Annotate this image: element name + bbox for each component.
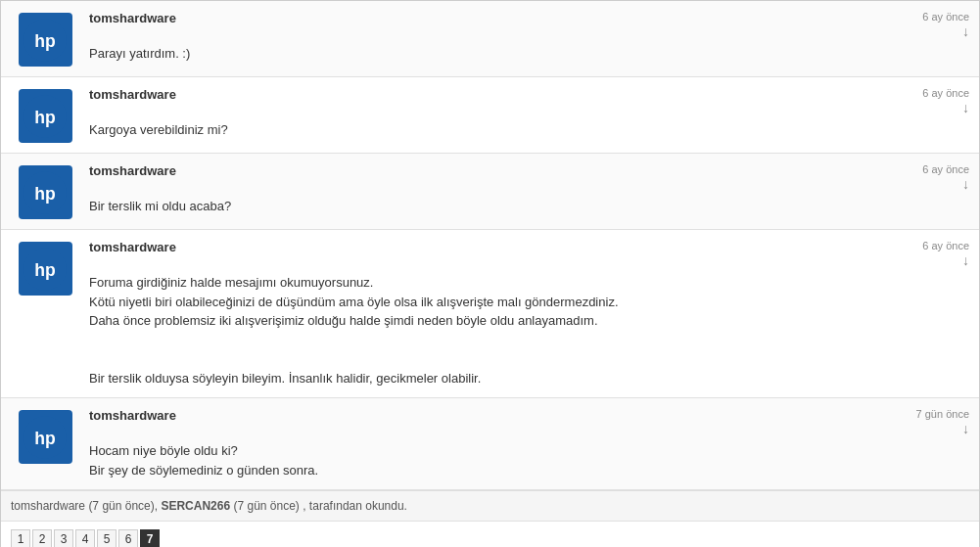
- comment-content: tomshardware 6 ay önce ↓ Kargoya verebil…: [79, 87, 969, 143]
- comment-timestamp: 6 ay önce: [922, 240, 969, 251]
- comment-text: Kargoya verebildiniz mi?: [89, 120, 969, 140]
- comment-username: tomshardware: [89, 408, 176, 423]
- comment-block: hp tomshardware 6 ay önce ↓ Bir terslik …: [1, 154, 979, 230]
- timestamp-area: 7 gün önce ↓: [891, 408, 969, 436]
- avatar-col: hp: [11, 163, 79, 219]
- avatar: hp: [19, 13, 72, 67]
- comment-header: tomshardware 6 ay önce ↓: [89, 11, 969, 39]
- comment-content: tomshardware 7 gün önce ↓ Hocam niye böy…: [79, 408, 969, 479]
- comment-timestamp: 6 ay önce: [922, 11, 969, 23]
- avatar-col: hp: [11, 87, 79, 143]
- avatar-col: hp: [11, 11, 79, 67]
- svg-text:hp: hp: [34, 31, 56, 51]
- timestamp-area: 6 ay önce ↓: [891, 11, 969, 39]
- read-footer: tomshardware (7 gün önce), SERCAN266 (7 …: [1, 490, 979, 521]
- comment-content: tomshardware 6 ay önce ↓ Bir terslik mi …: [79, 163, 969, 219]
- comment-block: hp tomshardware 6 ay önce ↓ Kargoya vere…: [1, 77, 979, 154]
- avatar-col: hp: [11, 408, 79, 479]
- footer-time1: (7 gün önce),: [88, 499, 161, 513]
- comment-header: tomshardware 6 ay önce ↓: [89, 240, 969, 268]
- comment-header: tomshardware 6 ay önce ↓: [89, 163, 969, 192]
- comment-block: hp tomshardware 7 gün önce ↓ Hocam niye …: [1, 398, 979, 490]
- comment-username: tomshardware: [89, 11, 176, 25]
- timestamp-area: 6 ay önce ↓: [891, 87, 969, 115]
- comments-container: hp tomshardware 6 ay önce ↓ Parayı yatır…: [1, 1, 979, 490]
- down-arrow-icon[interactable]: ↓: [962, 421, 969, 436]
- comment-timestamp: 6 ay önce: [922, 87, 969, 99]
- avatar: hp: [19, 242, 72, 296]
- footer-suffix: , tarafından okundu.: [303, 499, 407, 513]
- down-arrow-icon[interactable]: ↓: [962, 252, 969, 268]
- comment-username: tomshardware: [89, 163, 176, 178]
- comment-header: tomshardware 7 gün önce ↓: [89, 408, 969, 436]
- comment-block: hp tomshardware 6 ay önce ↓ Foruma girdi…: [1, 230, 979, 398]
- avatar: hp: [19, 410, 72, 464]
- page-btn-4[interactable]: 4: [75, 529, 95, 547]
- svg-text:hp: hp: [34, 184, 56, 204]
- avatar-col: hp: [11, 240, 79, 387]
- page-btn-7[interactable]: 7: [140, 529, 160, 547]
- comment-content: tomshardware 6 ay önce ↓ Foruma girdiğin…: [79, 240, 969, 387]
- page-btn-6[interactable]: 6: [118, 529, 138, 547]
- avatar: hp: [19, 89, 72, 143]
- svg-text:hp: hp: [34, 260, 56, 280]
- timestamp-area: 6 ay önce ↓: [891, 163, 969, 192]
- comment-username: tomshardware: [89, 240, 176, 254]
- avatar: hp: [19, 165, 72, 219]
- page-btn-5[interactable]: 5: [97, 529, 117, 547]
- comment-content: tomshardware 6 ay önce ↓ Parayı yatırdım…: [79, 11, 969, 67]
- footer-user1: tomshardware: [11, 499, 85, 513]
- timestamp-area: 6 ay önce ↓: [891, 240, 969, 268]
- comment-username: tomshardware: [89, 87, 176, 102]
- page-wrapper: hp tomshardware 6 ay önce ↓ Parayı yatır…: [0, 0, 980, 547]
- comment-text: Parayı yatırdım. :): [89, 44, 969, 64]
- svg-text:hp: hp: [34, 108, 56, 127]
- comment-block: hp tomshardware 6 ay önce ↓ Parayı yatır…: [1, 1, 979, 77]
- svg-text:hp: hp: [34, 429, 56, 448]
- down-arrow-icon[interactable]: ↓: [962, 100, 969, 115]
- footer-time2: (7 gün önce): [233, 499, 299, 513]
- comment-timestamp: 6 ay önce: [922, 163, 969, 175]
- down-arrow-icon[interactable]: ↓: [962, 23, 969, 39]
- pagination: 1234567: [1, 521, 979, 547]
- footer-user2: SERCAN266: [161, 499, 230, 513]
- comment-header: tomshardware 6 ay önce ↓: [89, 87, 969, 115]
- comment-timestamp: 7 gün önce: [916, 408, 969, 420]
- down-arrow-icon[interactable]: ↓: [962, 176, 969, 192]
- comment-text: Bir terslik mi oldu acaba?: [89, 197, 969, 216]
- page-btn-2[interactable]: 2: [32, 529, 52, 547]
- page-btn-3[interactable]: 3: [54, 529, 73, 547]
- comment-text: Foruma girdiğiniz halde mesajımı okumuyo…: [89, 273, 969, 387]
- page-btn-1[interactable]: 1: [11, 529, 30, 547]
- comment-text: Hocam niye böyle oldu ki?Bir şey de söyl…: [89, 441, 969, 479]
